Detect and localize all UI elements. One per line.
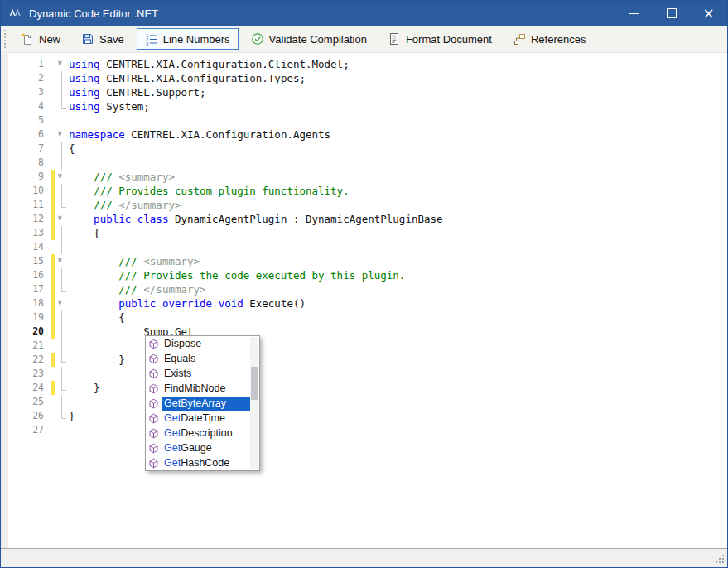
fold-collapse-icon[interactable]: ∨ bbox=[57, 128, 63, 138]
editor-line[interactable]: 26} bbox=[8, 409, 727, 423]
code-text[interactable]: /// Provides custom plugin functionality… bbox=[69, 184, 350, 198]
editor-line[interactable]: 13 { bbox=[8, 226, 727, 240]
editor-line[interactable]: 6∨namespace CENTREL.XIA.Configuration.Ag… bbox=[8, 128, 727, 142]
editor-line[interactable]: 15∨ /// <summary> bbox=[8, 254, 727, 268]
code-text[interactable]: using System; bbox=[69, 99, 150, 113]
fold-collapse-icon[interactable]: ∨ bbox=[57, 171, 63, 181]
completion-item[interactable]: GetGauge bbox=[146, 440, 259, 455]
completion-item[interactable]: Dispose bbox=[146, 336, 259, 351]
code-text[interactable]: public class DynamicAgentPlugin : Dynami… bbox=[69, 212, 443, 226]
editor-line[interactable]: 11 /// </summary> bbox=[8, 198, 727, 212]
save-button[interactable]: Save bbox=[73, 28, 133, 50]
code-text[interactable]: } bbox=[69, 353, 125, 367]
completion-item-label: FindMibNode bbox=[162, 382, 250, 396]
fold-collapse-icon[interactable]: ∨ bbox=[57, 58, 63, 68]
code-text[interactable]: namespace CENTREL.XIA.Configuration.Agen… bbox=[69, 128, 330, 142]
code-token: } bbox=[69, 382, 100, 394]
fold-guide-end bbox=[61, 381, 66, 391]
document-lines-icon bbox=[388, 32, 401, 46]
code-text[interactable]: /// </summary> bbox=[69, 282, 206, 296]
editor-line[interactable]: 7{ bbox=[8, 142, 727, 156]
editor-line[interactable]: 12∨ public class DynamicAgentPlugin : Dy… bbox=[8, 212, 727, 226]
fold-margin[interactable]: ∨ bbox=[55, 57, 69, 71]
code-editor[interactable]: 1∨using CENTREL.XIA.Configuration.Client… bbox=[1, 54, 727, 549]
code-text[interactable]: /// </summary> bbox=[69, 198, 181, 212]
line-number: 5 bbox=[8, 113, 51, 128]
editor-line[interactable]: 8 bbox=[8, 156, 727, 170]
editor-line[interactable]: 9∨ /// <summary> bbox=[8, 170, 727, 184]
editor-line[interactable]: 21 bbox=[8, 339, 727, 353]
line-numbers-button[interactable]: 1 2 3 Line Numbers bbox=[137, 28, 239, 50]
code-text[interactable]: /// <summary> bbox=[69, 254, 200, 268]
references-button[interactable]: References bbox=[504, 28, 594, 50]
fold-collapse-icon[interactable]: ∨ bbox=[57, 297, 63, 307]
editor-line[interactable]: 25 bbox=[8, 395, 727, 409]
new-button[interactable]: New bbox=[12, 28, 69, 50]
editor-line[interactable]: 19 { bbox=[8, 310, 727, 325]
editor-line[interactable]: 10 /// Provides custom plugin functional… bbox=[8, 184, 727, 198]
line-number: 19 bbox=[8, 310, 51, 325]
editor-line[interactable]: 27 bbox=[8, 423, 727, 437]
fold-guide-end bbox=[61, 198, 66, 208]
fold-guide-line bbox=[61, 325, 62, 339]
code-token: public class bbox=[94, 213, 168, 225]
code-text[interactable]: { bbox=[69, 226, 100, 240]
line-number: 26 bbox=[8, 409, 51, 423]
maximize-button[interactable] bbox=[653, 1, 690, 26]
completion-item[interactable]: GetDescription bbox=[146, 426, 259, 440]
editor-line[interactable]: 22 } bbox=[8, 353, 727, 367]
resize-grip[interactable] bbox=[713, 553, 725, 565]
fold-guide-line bbox=[61, 142, 62, 156]
completion-item[interactable]: FindMibNode bbox=[146, 381, 259, 396]
code-text[interactable]: } bbox=[69, 381, 100, 395]
code-text[interactable]: using CENTREL.XIA.Configuration.Types; bbox=[69, 71, 306, 85]
validate-compilation-button[interactable]: Validate Compilation bbox=[243, 28, 375, 50]
toolbar-grip[interactable] bbox=[4, 30, 8, 48]
completion-item[interactable]: GetDateTime bbox=[146, 411, 259, 426]
editor-line[interactable]: 4using System; bbox=[8, 99, 727, 113]
fold-margin[interactable]: ∨ bbox=[55, 170, 69, 184]
editor-line[interactable]: 17 /// </summary> bbox=[8, 282, 727, 296]
completion-item[interactable]: Equals bbox=[146, 351, 259, 366]
format-document-button[interactable]: Format Document bbox=[379, 28, 500, 50]
editor-line[interactable]: 14 bbox=[8, 240, 727, 254]
fold-margin[interactable]: ∨ bbox=[55, 212, 69, 226]
code-text[interactable]: /// Provides the code executed by this p… bbox=[69, 268, 405, 282]
code-text[interactable]: /// <summary> bbox=[69, 170, 175, 184]
code-text[interactable]: public override void Execute() bbox=[69, 296, 306, 310]
fold-margin[interactable]: ∨ bbox=[55, 254, 69, 268]
fold-margin bbox=[55, 325, 69, 339]
code-text[interactable]: } bbox=[69, 409, 75, 423]
fold-margin[interactable]: ∨ bbox=[55, 296, 69, 310]
completion-item[interactable]: GetByteArray bbox=[146, 396, 259, 411]
editor-line[interactable]: 2using CENTREL.XIA.Configuration.Types; bbox=[8, 71, 727, 85]
editor-line[interactable]: 18∨ public override void Execute() bbox=[8, 296, 727, 310]
editor-line[interactable]: 3using CENTREL.Support; bbox=[8, 85, 727, 99]
code-token: public override void bbox=[118, 297, 243, 310]
popup-scrollbar-thumb[interactable] bbox=[251, 367, 258, 400]
code-text[interactable]: { bbox=[69, 310, 125, 325]
line-number: 7 bbox=[8, 142, 51, 156]
editor-line[interactable]: 20 Snmp.Get bbox=[8, 325, 727, 339]
minimize-button[interactable] bbox=[615, 1, 653, 26]
editor-line[interactable]: 24 } bbox=[8, 381, 727, 395]
fold-guide-line bbox=[61, 395, 62, 409]
code-text[interactable]: using CENTREL.Support; bbox=[69, 85, 206, 99]
popup-scrollbar[interactable] bbox=[250, 337, 258, 469]
editor-line[interactable]: 23 bbox=[8, 367, 727, 381]
fold-collapse-icon[interactable]: ∨ bbox=[57, 255, 63, 265]
code-text[interactable]: { bbox=[69, 142, 75, 156]
editor-line[interactable]: 5 bbox=[8, 113, 727, 128]
completion-item[interactable]: GetHashCode bbox=[146, 455, 259, 470]
fold-margin[interactable]: ∨ bbox=[55, 128, 69, 142]
title-bar[interactable]: Dynamic Code Editor .NET × bbox=[1, 1, 727, 26]
completion-item[interactable]: Exists bbox=[146, 366, 259, 381]
line-number: 4 bbox=[8, 99, 51, 113]
code-text[interactable]: using CENTREL.XIA.Configuration.Client.M… bbox=[69, 57, 350, 71]
fold-collapse-icon[interactable]: ∨ bbox=[57, 213, 63, 223]
close-button[interactable]: × bbox=[690, 1, 727, 26]
fold-guide-line bbox=[61, 240, 62, 254]
editor-line[interactable]: 16 /// Provides the code executed by thi… bbox=[8, 268, 727, 282]
line-number: 22 bbox=[8, 353, 51, 367]
editor-line[interactable]: 1∨using CENTREL.XIA.Configuration.Client… bbox=[8, 57, 727, 71]
